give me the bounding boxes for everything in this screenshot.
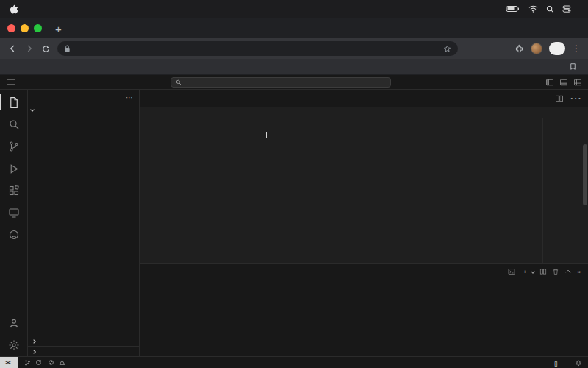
explorer-sidebar: ⋯ [28, 90, 140, 356]
chrome-menu-icon[interactable]: ⋮ [572, 43, 581, 54]
new-tab-button[interactable]: + [55, 23, 62, 35]
braces-icon [554, 359, 558, 367]
close-panel-icon[interactable]: × [577, 269, 581, 275]
errors-icon [48, 359, 54, 366]
bookmarks-bar [0, 59, 588, 75]
chrome-toolbar: ⋮ [0, 38, 588, 59]
search-icon [176, 79, 182, 85]
window-controls [4, 18, 49, 38]
customize-layout-icon[interactable] [573, 78, 582, 87]
branch-icon [24, 359, 31, 367]
language-mode[interactable] [554, 359, 560, 367]
toggle-panel-icon[interactable] [559, 78, 568, 87]
settings-gear-icon[interactable] [0, 334, 28, 356]
explorer-icon[interactable] [0, 91, 28, 113]
lock-icon [64, 45, 71, 52]
macos-menubar [0, 0, 588, 18]
reload-button[interactable] [41, 44, 51, 54]
extensions-puzzle-icon[interactable] [514, 44, 524, 54]
terminal-shell-item[interactable] [508, 268, 518, 275]
application-menu-icon[interactable] [6, 78, 15, 86]
account-icon[interactable] [0, 312, 28, 334]
battery-icon [506, 5, 520, 13]
split-terminal-icon[interactable] [539, 268, 547, 275]
zoom-window-button[interactable] [34, 24, 42, 32]
problems-indicator[interactable] [48, 359, 68, 366]
control-center-icon[interactable] [562, 5, 571, 13]
profile-avatar[interactable] [531, 43, 542, 54]
chevron-right-icon [32, 350, 36, 354]
terminal-dropdown-icon[interactable] [531, 269, 535, 274]
branch-indicator[interactable] [24, 359, 42, 367]
search-icon[interactable] [0, 113, 28, 135]
command-center[interactable] [171, 77, 391, 88]
vscode-titlebar [0, 75, 588, 90]
editor-group: ⋯ [140, 90, 588, 356]
layout-controls [545, 78, 582, 87]
vscode-window: ⋯ [0, 75, 588, 368]
new-terminal-icon[interactable]: + [523, 269, 527, 275]
project-section-header[interactable] [28, 105, 139, 115]
minimize-window-button[interactable] [21, 24, 29, 32]
panel-actions: + × [508, 268, 581, 275]
editor-scrollbar[interactable] [582, 118, 588, 263]
remote-icon: >< [5, 359, 10, 366]
chrome-tabstrip: + [0, 18, 588, 38]
bottom-panel: + × [140, 263, 588, 356]
sync-icon [35, 359, 42, 366]
editor-tabs-bar: ⋯ [140, 90, 588, 107]
extensions-icon[interactable] [0, 180, 28, 202]
code-lines [140, 118, 542, 263]
close-window-button[interactable] [7, 24, 15, 32]
forward-button[interactable] [24, 43, 35, 54]
timeline-section[interactable] [28, 346, 139, 356]
explorer-more-actions-icon[interactable]: ⋯ [126, 93, 133, 102]
breadcrumbs [140, 107, 588, 118]
apple-logo-icon[interactable] [9, 4, 18, 14]
bookmark-star-icon[interactable] [443, 45, 451, 53]
menubar-status-icons [506, 5, 579, 13]
wifi-icon [528, 5, 538, 13]
github-icon[interactable] [0, 224, 28, 246]
code-editor[interactable] [140, 118, 588, 263]
status-bar: >< [0, 356, 588, 368]
all-bookmarks-icon [569, 63, 577, 71]
panel-tabs-bar: + × [140, 264, 588, 279]
toggle-sidebar-icon[interactable] [545, 78, 554, 87]
minimap[interactable] [542, 118, 582, 263]
activity-bar [0, 90, 28, 356]
remote-explorer-icon[interactable] [0, 202, 28, 224]
back-button[interactable] [7, 43, 18, 54]
omnibox[interactable] [57, 41, 458, 56]
run-debug-icon[interactable] [0, 158, 28, 180]
relaunch-button[interactable] [549, 42, 565, 55]
chevron-right-icon [32, 339, 36, 344]
screen: + ⋮ [0, 0, 588, 368]
terminal-output[interactable] [140, 279, 588, 356]
outline-section[interactable] [28, 336, 139, 346]
file-tree [28, 115, 139, 336]
text-cursor [266, 132, 267, 138]
notifications-bell-icon[interactable] [575, 359, 582, 367]
terminal-icon [508, 268, 515, 275]
maximize-panel-icon[interactable] [564, 268, 572, 275]
toolbar-actions: ⋮ [514, 42, 581, 55]
chevron-down-icon [30, 107, 35, 112]
kill-terminal-trash-icon[interactable] [552, 268, 559, 275]
editor-more-actions-icon[interactable]: ⋯ [570, 91, 581, 105]
source-control-icon[interactable] [0, 135, 28, 158]
all-bookmarks-button[interactable] [569, 63, 581, 71]
spotlight-search-icon[interactable] [546, 5, 554, 13]
warnings-icon [59, 359, 65, 366]
editor-actions: ⋯ [548, 90, 588, 107]
scrollbar-thumb[interactable] [583, 144, 587, 205]
split-editor-icon[interactable] [555, 94, 564, 103]
remote-indicator[interactable]: >< [0, 357, 18, 368]
